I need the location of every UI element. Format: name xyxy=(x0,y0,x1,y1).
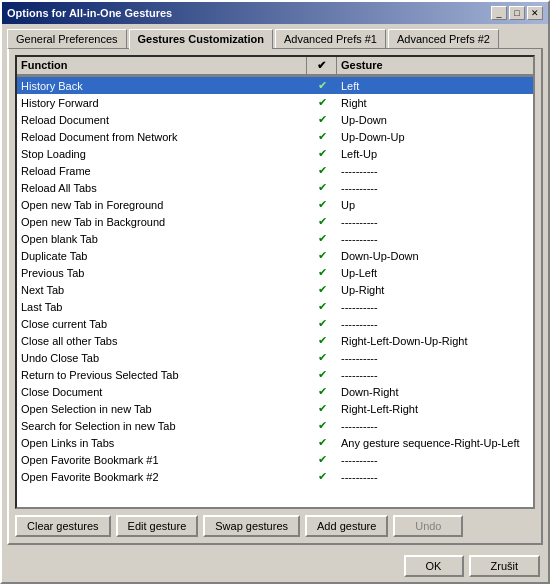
check-icon: ✔ xyxy=(311,79,333,92)
check-cell: ✔ xyxy=(307,469,337,484)
gesture-cell: ---------- xyxy=(337,164,533,178)
check-cell: ✔ xyxy=(307,180,337,195)
table-row[interactable]: Reload All Tabs✔---------- xyxy=(17,179,533,196)
gesture-cell: ---------- xyxy=(337,419,533,433)
function-cell: Reload Document from Network xyxy=(17,130,307,144)
check-icon: ✔ xyxy=(311,181,333,194)
close-button[interactable]: ✕ xyxy=(527,6,543,20)
table-row[interactable]: Last Tab✔---------- xyxy=(17,298,533,315)
function-cell: History Forward xyxy=(17,96,307,110)
col-header-function: Function xyxy=(17,57,307,76)
function-cell: Open Favorite Bookmark #1 xyxy=(17,453,307,467)
check-icon: ✔ xyxy=(311,436,333,449)
table-row[interactable]: Stop Loading✔Left-Up xyxy=(17,145,533,162)
table-row[interactable]: Close all other Tabs✔Right-Left-Down-Up-… xyxy=(17,332,533,349)
check-cell: ✔ xyxy=(307,299,337,314)
tab-advanced-prefs-1[interactable]: Advanced Prefs #1 xyxy=(275,29,386,48)
check-icon: ✔ xyxy=(311,351,333,364)
table-row[interactable]: Undo Close Tab✔---------- xyxy=(17,349,533,366)
check-cell: ✔ xyxy=(307,452,337,467)
table-row[interactable]: Close current Tab✔---------- xyxy=(17,315,533,332)
check-cell: ✔ xyxy=(307,163,337,178)
check-cell: ✔ xyxy=(307,316,337,331)
table-row[interactable]: Close Document✔Down-Right xyxy=(17,383,533,400)
table-row[interactable]: Next Tab✔Up-Right xyxy=(17,281,533,298)
table-row[interactable]: Open blank Tab✔---------- xyxy=(17,230,533,247)
check-icon: ✔ xyxy=(311,113,333,126)
gesture-cell: Up-Left xyxy=(337,266,533,280)
undo-button[interactable]: Undo xyxy=(393,515,463,537)
table-row[interactable]: Reload Document from Network✔Up-Down-Up xyxy=(17,128,533,145)
function-cell: Duplicate Tab xyxy=(17,249,307,263)
table-row[interactable]: History Back✔Left xyxy=(17,77,533,94)
cancel-button[interactable]: Zrušit xyxy=(469,555,541,577)
table-row[interactable]: Open Favorite Bookmark #1✔---------- xyxy=(17,451,533,468)
tab-gestures-customization[interactable]: Gestures Customization xyxy=(129,29,274,49)
function-cell: Previous Tab xyxy=(17,266,307,280)
table-row[interactable]: Previous Tab✔Up-Left xyxy=(17,264,533,281)
gesture-cell: Any gesture sequence-Right-Up-Left xyxy=(337,436,533,450)
check-cell: ✔ xyxy=(307,197,337,212)
clear-gestures-button[interactable]: Clear gestures xyxy=(15,515,111,537)
function-cell: Next Tab xyxy=(17,283,307,297)
check-icon: ✔ xyxy=(311,266,333,279)
title-bar-buttons: _ □ ✕ xyxy=(491,6,543,20)
function-cell: Close Document xyxy=(17,385,307,399)
check-cell: ✔ xyxy=(307,418,337,433)
table-row[interactable]: Return to Previous Selected Tab✔--------… xyxy=(17,366,533,383)
function-cell: Last Tab xyxy=(17,300,307,314)
check-cell: ✔ xyxy=(307,129,337,144)
function-cell: Open new Tab in Foreground xyxy=(17,198,307,212)
minimize-button[interactable]: _ xyxy=(491,6,507,20)
gesture-cell: Left xyxy=(337,79,533,93)
table-row[interactable]: Reload Document✔Up-Down xyxy=(17,111,533,128)
check-cell: ✔ xyxy=(307,333,337,348)
gesture-cell: ---------- xyxy=(337,181,533,195)
maximize-button[interactable]: □ xyxy=(509,6,525,20)
gesture-cell: ---------- xyxy=(337,300,533,314)
check-cell: ✔ xyxy=(307,78,337,93)
table-row[interactable]: History Forward✔Right xyxy=(17,94,533,111)
table-row[interactable]: Search for Selection in new Tab✔--------… xyxy=(17,417,533,434)
function-cell: Open Favorite Bookmark #2 xyxy=(17,470,307,484)
gesture-cell: Right xyxy=(337,96,533,110)
check-icon: ✔ xyxy=(311,198,333,211)
gesture-cell: Down-Right xyxy=(337,385,533,399)
function-cell: Close all other Tabs xyxy=(17,334,307,348)
function-cell: Return to Previous Selected Tab xyxy=(17,368,307,382)
col-header-gesture: Gesture xyxy=(337,57,533,76)
table-row[interactable]: Reload Frame✔---------- xyxy=(17,162,533,179)
add-gesture-button[interactable]: Add gesture xyxy=(305,515,388,537)
table-row[interactable]: Open Favorite Bookmark #2✔---------- xyxy=(17,468,533,485)
function-cell: History Back xyxy=(17,79,307,93)
tab-content-gestures: Function ✔ Gesture History Back✔LeftHist… xyxy=(7,48,543,545)
gesture-cell: Right-Left-Down-Up-Right xyxy=(337,334,533,348)
check-cell: ✔ xyxy=(307,435,337,450)
check-icon: ✔ xyxy=(311,300,333,313)
check-icon: ✔ xyxy=(311,385,333,398)
tab-general-preferences[interactable]: General Preferences xyxy=(7,29,127,48)
check-cell: ✔ xyxy=(307,146,337,161)
tab-bar: General Preferences Gestures Customizati… xyxy=(7,29,543,48)
tab-advanced-prefs-2[interactable]: Advanced Prefs #2 xyxy=(388,29,499,48)
check-cell: ✔ xyxy=(307,95,337,110)
function-cell: Open blank Tab xyxy=(17,232,307,246)
function-cell: Open new Tab in Background xyxy=(17,215,307,229)
gestures-table[interactable]: Function ✔ Gesture History Back✔LeftHist… xyxy=(15,55,535,509)
check-icon: ✔ xyxy=(311,419,333,432)
check-icon: ✔ xyxy=(311,130,333,143)
function-cell: Open Links in Tabs xyxy=(17,436,307,450)
check-cell: ✔ xyxy=(307,248,337,263)
table-row[interactable]: Duplicate Tab✔Down-Up-Down xyxy=(17,247,533,264)
check-icon: ✔ xyxy=(311,402,333,415)
ok-button[interactable]: OK xyxy=(404,555,464,577)
table-row[interactable]: Open new Tab in Foreground✔Up xyxy=(17,196,533,213)
edit-gesture-button[interactable]: Edit gesture xyxy=(116,515,199,537)
check-cell: ✔ xyxy=(307,282,337,297)
check-icon: ✔ xyxy=(311,283,333,296)
table-row[interactable]: Open Selection in new Tab✔Right-Left-Rig… xyxy=(17,400,533,417)
swap-gestures-button[interactable]: Swap gestures xyxy=(203,515,300,537)
table-row[interactable]: Open Links in Tabs✔Any gesture sequence-… xyxy=(17,434,533,451)
function-cell: Open Selection in new Tab xyxy=(17,402,307,416)
table-row[interactable]: Open new Tab in Background✔---------- xyxy=(17,213,533,230)
